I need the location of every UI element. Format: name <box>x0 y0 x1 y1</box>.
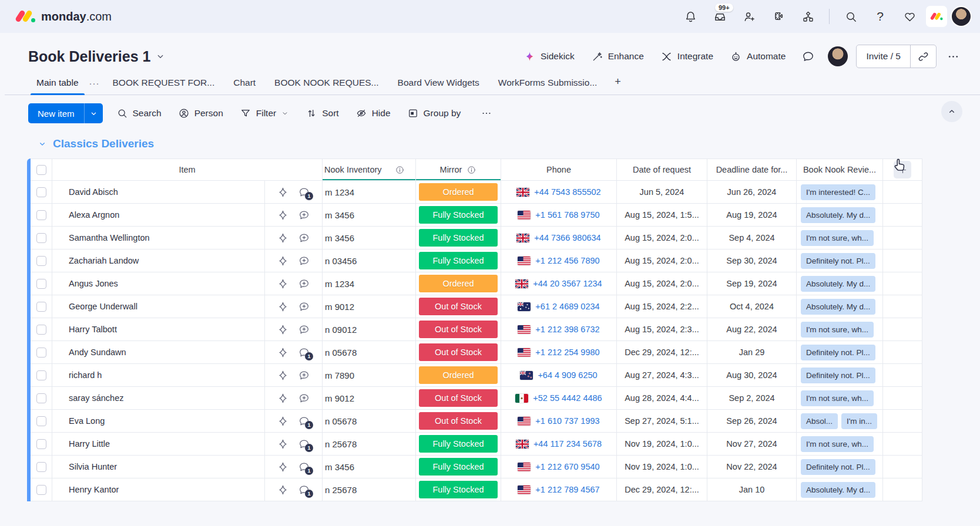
date-request-cell[interactable]: Aug 15, 2024, 2:3... <box>617 318 707 340</box>
deadline-cell[interactable]: Aug 22, 2024 <box>707 318 797 340</box>
conversation-icon[interactable]: 1 <box>298 415 310 427</box>
add-column-button[interactable] <box>894 161 911 178</box>
add-view-button[interactable]: + <box>608 71 628 95</box>
row-checkbox[interactable] <box>36 462 46 472</box>
review-chip[interactable]: Absol... <box>801 413 838 429</box>
phone-number[interactable]: +61 2 4689 0234 <box>535 302 599 311</box>
add-conversation-icon[interactable] <box>298 323 310 336</box>
date-request-cell[interactable]: Aug 28, 2024, 4:4... <box>617 387 707 409</box>
item-name-cell[interactable]: Eva Long <box>52 410 265 432</box>
review-chip[interactable]: Absolutely. My d... <box>801 207 875 223</box>
user-avatar[interactable] <box>951 6 972 27</box>
inventory-cell[interactable]: n 25678 <box>323 478 416 501</box>
status-pill[interactable]: Fully Stocked <box>419 435 498 453</box>
date-request-cell[interactable]: Sep 27, 2024, 5:1... <box>617 410 707 432</box>
review-cell[interactable]: I'm not sure, wh... <box>797 387 883 409</box>
sidekick-sparkle-row-icon[interactable] <box>277 186 289 198</box>
phone-cell[interactable]: +61 2 4689 0234 <box>501 295 617 318</box>
row-checkbox[interactable] <box>36 370 46 380</box>
sidekick-sparkle-row-icon[interactable] <box>277 461 289 473</box>
topbar-apps-marketplace-button[interactable] <box>766 5 791 28</box>
topbar-whats-new-heart-button[interactable] <box>897 5 922 28</box>
enhance-button[interactable]: Enhance <box>585 46 650 67</box>
mirror-status-cell[interactable]: Out of Stock <box>416 341 501 363</box>
toolbar-filter-button[interactable]: Filter <box>233 103 296 123</box>
deadline-cell[interactable]: Sep 2, 2024 <box>707 387 797 409</box>
date-request-cell[interactable]: Aug 27, 2024, 4:3... <box>617 364 707 386</box>
status-pill[interactable]: Out of Stock <box>419 389 498 407</box>
tab-book-request-for-[interactable]: BOOK REQUEST FOR... <box>105 73 223 95</box>
tab-board-view-widgets[interactable]: Board View Widgets <box>390 73 488 95</box>
topbar-bell-button[interactable] <box>677 5 703 28</box>
toolbar-hide-button[interactable]: Hide <box>349 103 397 123</box>
phone-cell[interactable]: +44 20 3567 1234 <box>501 272 617 295</box>
new-item-dropdown-button[interactable] <box>84 103 103 123</box>
inventory-cell[interactable]: m 3456 <box>323 227 416 249</box>
sidekick-sparkle-row-icon[interactable] <box>277 346 289 359</box>
status-pill[interactable]: Fully Stocked <box>419 229 498 247</box>
phone-cell[interactable]: +64 4 909 6250 <box>501 364 617 386</box>
row-checkbox[interactable] <box>36 210 46 220</box>
add-conversation-icon[interactable] <box>298 369 310 382</box>
deadline-cell[interactable]: Jun 26, 2024 <box>707 181 797 203</box>
inventory-cell[interactable]: m 9012 <box>323 295 416 318</box>
phone-cell[interactable]: +44 117 234 5678 <box>501 433 617 455</box>
phone-number[interactable]: +1 212 456 7890 <box>535 256 599 265</box>
review-cell[interactable]: Absolutely. My d... <box>797 204 883 226</box>
review-chip[interactable]: I'm interested! C... <box>801 184 875 200</box>
inventory-cell[interactable]: n 25678 <box>323 433 416 455</box>
review-chip[interactable]: I'm not sure, wh... <box>801 322 874 338</box>
info-icon[interactable] <box>466 165 476 175</box>
group-header[interactable]: Classics Deliveries <box>38 137 980 150</box>
invite-button[interactable]: Invite / 5 <box>857 45 910 68</box>
date-request-cell[interactable]: Nov 19, 2024, 1:0... <box>617 433 707 455</box>
status-pill[interactable]: Fully Stocked <box>419 458 498 476</box>
review-chip[interactable]: Definitely not. Pl... <box>801 459 875 475</box>
phone-number[interactable]: +44 117 234 5678 <box>533 439 602 449</box>
review-cell[interactable]: Absolutely. My d... <box>797 478 883 501</box>
mirror-status-cell[interactable]: Fully Stocked <box>416 478 501 501</box>
review-chip[interactable]: I'm not sure, wh... <box>801 390 874 406</box>
item-name-cell[interactable]: Henry Kantor <box>52 478 265 501</box>
review-chip[interactable]: I'm not sure, wh... <box>801 230 874 246</box>
info-icon[interactable] <box>395 165 405 175</box>
review-cell[interactable]: I'm not sure, wh... <box>797 227 883 249</box>
board-menu-button[interactable] <box>941 45 965 68</box>
inventory-cell[interactable]: n 09012 <box>323 318 416 340</box>
row-checkbox[interactable] <box>36 485 46 495</box>
deadline-cell[interactable]: Sep 4, 2024 <box>707 227 797 249</box>
phone-number[interactable]: +1 212 789 4567 <box>535 485 599 494</box>
date-request-cell[interactable]: Nov 19, 2024, 1:0... <box>617 456 707 478</box>
phone-number[interactable]: +44 20 3567 1234 <box>533 279 602 288</box>
tab-options-dots[interactable]: ··· <box>89 73 102 95</box>
topbar-search-button[interactable] <box>838 5 864 28</box>
sidekick-sparkle-row-icon[interactable] <box>277 255 289 267</box>
new-item-button[interactable]: New item <box>28 103 84 123</box>
add-conversation-icon[interactable] <box>298 232 310 244</box>
phone-number[interactable]: +44 7366 980634 <box>534 233 600 242</box>
phone-number[interactable]: +44 7543 855502 <box>534 187 600 197</box>
status-pill[interactable]: Out of Stock <box>419 343 498 361</box>
column-header-inventory[interactable]: Nook Inventory <box>323 159 416 180</box>
date-request-cell[interactable]: Aug 15, 2024, 1:5... <box>617 204 707 226</box>
phone-cell[interactable]: +1 561 768 9750 <box>501 204 617 226</box>
deadline-cell[interactable]: Sep 19, 2024 <box>707 272 797 295</box>
row-checkbox[interactable] <box>36 439 46 449</box>
board-chat-button[interactable] <box>796 45 820 68</box>
status-pill[interactable]: Ordered <box>419 275 498 292</box>
collapse-header-button[interactable] <box>941 101 962 122</box>
inventory-cell[interactable]: n 05678 <box>323 410 416 432</box>
phone-cell[interactable]: +44 7366 980634 <box>501 227 617 249</box>
phone-number[interactable]: +1 212 670 9540 <box>535 462 599 471</box>
deadline-cell[interactable]: Aug 19, 2024 <box>707 204 797 226</box>
status-pill[interactable]: Ordered <box>419 183 498 201</box>
deadline-cell[interactable]: Aug 30, 2024 <box>707 364 797 386</box>
sidekick-sparkle-row-icon[interactable] <box>277 232 289 244</box>
monday-product-tile[interactable] <box>926 6 947 27</box>
phone-cell[interactable]: +1 212 398 6732 <box>501 318 617 340</box>
automate-button[interactable]: Automate <box>724 46 791 67</box>
status-pill[interactable]: Fully Stocked <box>419 206 498 224</box>
item-name-cell[interactable]: Zachariah Landow <box>52 249 265 272</box>
inventory-cell[interactable]: m 7890 <box>323 364 416 386</box>
phone-number[interactable]: +52 55 4442 4486 <box>533 393 602 403</box>
